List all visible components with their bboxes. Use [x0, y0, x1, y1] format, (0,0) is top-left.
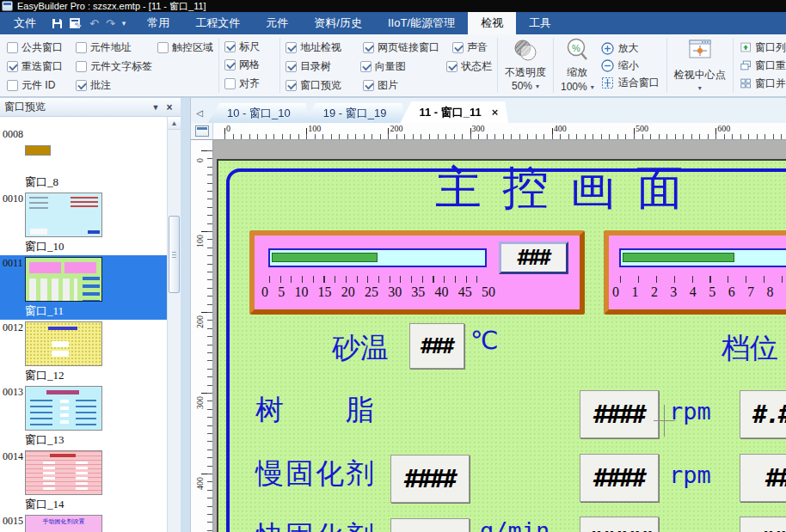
window-thumbnail[interactable] — [25, 386, 102, 431]
sidebar-scrollbar[interactable]: ▲ — [167, 117, 181, 532]
zoom-button[interactable]: % 缩放 100%▾ — [561, 38, 594, 93]
ribbon-checkbox[interactable]: 对齐 — [224, 76, 260, 91]
checkbox-box-icon — [360, 61, 372, 72]
window-preview-item[interactable]: 0011 窗口_11 — [0, 255, 167, 320]
panel-dropdown-icon[interactable]: ▼ — [149, 103, 163, 112]
ruler-mark: 400 — [195, 474, 205, 494]
extra-value[interactable]: ## — [740, 454, 786, 502]
ruler-mark: 200 — [195, 312, 205, 333]
window-list-button[interactable]: 窗口列 — [740, 39, 786, 56]
tab-window-19[interactable]: 19 - 窗口_19 — [304, 103, 406, 123]
menu-tab-object[interactable]: 元件 — [253, 12, 301, 34]
ribbon-checkbox[interactable]: 公共窗口 — [7, 40, 76, 55]
opacity-dropdown-icon[interactable]: ▾ — [536, 83, 539, 90]
hmi-screen[interactable]: 主控画面 05101520253035404550 ### — [217, 159, 786, 532]
design-canvas[interactable]: 主控画面 05101520253035404550 ### — [213, 140, 786, 532]
ribbon-checkbox[interactable]: 状态栏 — [446, 59, 492, 74]
menu-tab-project[interactable]: 工程文件 — [182, 12, 253, 34]
tab-close-icon[interactable]: × — [492, 106, 499, 119]
ribbon-checkbox[interactable]: 地址检视 — [286, 40, 363, 55]
window-thumbnail[interactable] — [25, 145, 51, 156]
ribbon-checkbox[interactable]: 触控区域 — [157, 40, 213, 55]
tab-window-11[interactable]: 11 - 窗口_11× — [400, 101, 508, 123]
undo-icon[interactable]: ↶ — [89, 18, 99, 29]
panel-splitter[interactable] — [181, 97, 191, 532]
checkbox-label: 重迭窗口 — [21, 59, 63, 74]
bar-gauge — [619, 248, 786, 267]
menu-tab-iiot[interactable]: IIoT/能源管理 — [375, 12, 468, 34]
ribbon-checkbox[interactable]: 元件 ID — [7, 78, 76, 93]
scale-number: 40 — [435, 284, 449, 300]
ribbon-checkbox[interactable]: 窗口预览 — [286, 78, 363, 93]
extra-value[interactable]: #.## — [740, 390, 786, 438]
panel-close-icon[interactable]: × — [163, 101, 176, 113]
qat-dropdown-icon[interactable]: ▾ — [122, 19, 126, 28]
meter-panel-right[interactable]: 0123456789 — [604, 230, 786, 315]
view-center-dropdown-icon[interactable]: ▾ — [698, 84, 702, 92]
window-thumbnail[interactable]: 手动固化剂设置 — [25, 515, 102, 532]
menu-tab-tool[interactable]: 工具 — [516, 12, 564, 34]
save-icon[interactable] — [52, 18, 63, 29]
speed-unit: rpm — [669, 462, 711, 488]
ribbon-checkbox[interactable]: 重迭窗口 — [7, 59, 76, 74]
ribbon-checkbox[interactable]: 元件文字标签 — [76, 59, 158, 74]
redo-icon[interactable]: ↷ — [106, 18, 115, 29]
speed-value[interactable]: ##### — [580, 517, 659, 532]
checkbox-box-icon — [363, 80, 374, 91]
zoom-in-button[interactable]: 放大 — [601, 40, 660, 57]
scrollbar-thumb[interactable] — [169, 216, 180, 293]
speed-value[interactable]: #### — [580, 454, 659, 502]
ribbon-checkbox[interactable]: 标尺 — [224, 40, 260, 54]
gauge-ticks — [269, 276, 481, 283]
tab-label: 10 - 窗口_10 — [227, 106, 291, 121]
menu-file[interactable]: 文件 — [0, 12, 50, 34]
ribbon-checkbox[interactable]: 目录树 — [286, 59, 360, 74]
opacity-button[interactable]: 不透明度 50%▾ — [500, 36, 551, 95]
menu-tab-common[interactable]: 常用 — [134, 12, 182, 34]
window-overlap-button[interactable]: 窗口重 — [740, 57, 786, 74]
window-preview-item[interactable]: 0015 手动固化剂设置 — [0, 513, 167, 532]
zoom-dropdown-icon[interactable]: ▾ — [591, 83, 594, 91]
ribbon-checkbox[interactable]: 元件地址 — [76, 40, 157, 55]
window-preview-item[interactable]: 0014 窗口_14 — [0, 449, 167, 513]
tab-window-10[interactable]: 10 - 窗口_10 — [208, 103, 310, 123]
menu-tab-data-history[interactable]: 资料/历史 — [301, 12, 375, 34]
canvas-row: 0100200300400 主控画面 05101520253035404550 … — [191, 140, 786, 532]
extra-value[interactable]: ### — [740, 517, 786, 532]
tab-scroll-left-icon[interactable]: ◁ — [193, 108, 206, 118]
material-row: 树脂 #### g/min #### rpm #.## — [218, 390, 786, 439]
window-preview-item[interactable]: 0012 窗口_12 — [0, 320, 167, 384]
checkbox-label: 公共窗口 — [21, 40, 63, 55]
window-preview-item[interactable]: 0010 窗口_10 — [0, 191, 167, 255]
window-thumbnail[interactable] — [25, 450, 102, 495]
speed-value[interactable]: #### — [580, 390, 659, 438]
ribbon-checkbox[interactable]: 图片 — [363, 78, 452, 93]
window-number: 0011 — [3, 257, 23, 270]
window-thumbnail[interactable] — [25, 193, 102, 237]
ribbon-checkbox[interactable]: 向量图 — [360, 59, 446, 74]
ribbon-checkbox[interactable]: 网格 — [224, 58, 260, 72]
view-center-button[interactable]: 检视中心点 ▾ — [669, 36, 731, 95]
window-tile-button[interactable]: 窗口并 — [740, 75, 786, 92]
fit-window-button[interactable]: 适合窗口 — [601, 74, 660, 91]
ruler-mark: 500 — [623, 123, 704, 139]
ribbon-checkbox[interactable]: 网页链接窗口 — [363, 40, 452, 55]
zoom-out-button[interactable]: 缩小 — [601, 57, 660, 74]
sand-temp-label: 砂温 — [332, 329, 389, 368]
menu-tab-view[interactable]: 检视 — [468, 12, 516, 34]
scrollbar-up-icon[interactable]: ▲ — [168, 117, 181, 130]
window-thumbnail[interactable] — [25, 257, 102, 302]
window-preview-item[interactable]: 0008 窗口_8 — [0, 126, 167, 191]
ribbon-checkbox[interactable]: 声音 — [452, 40, 488, 55]
ruler-mark: 200 — [377, 123, 458, 139]
meter-panel-left[interactable]: 05101520253035404550 ### — [249, 230, 585, 315]
numeric-display[interactable]: ### — [499, 242, 568, 274]
window-thumbnail[interactable] — [25, 321, 102, 366]
window-name: 窗口_14 — [25, 497, 64, 512]
ruler-corner[interactable] — [191, 123, 213, 140]
export-icon[interactable] — [70, 18, 83, 28]
window-preview-item[interactable]: 0013 窗口_13 — [0, 384, 167, 449]
sand-temp-value[interactable]: ### — [409, 323, 464, 369]
ribbon-checkbox[interactable]: 批注 — [76, 78, 158, 93]
ribbon: 公共窗口 元件地址 触控区域 重迭窗口 元件文字标签 元件 ID 批注 标尺 网… — [0, 34, 786, 97]
